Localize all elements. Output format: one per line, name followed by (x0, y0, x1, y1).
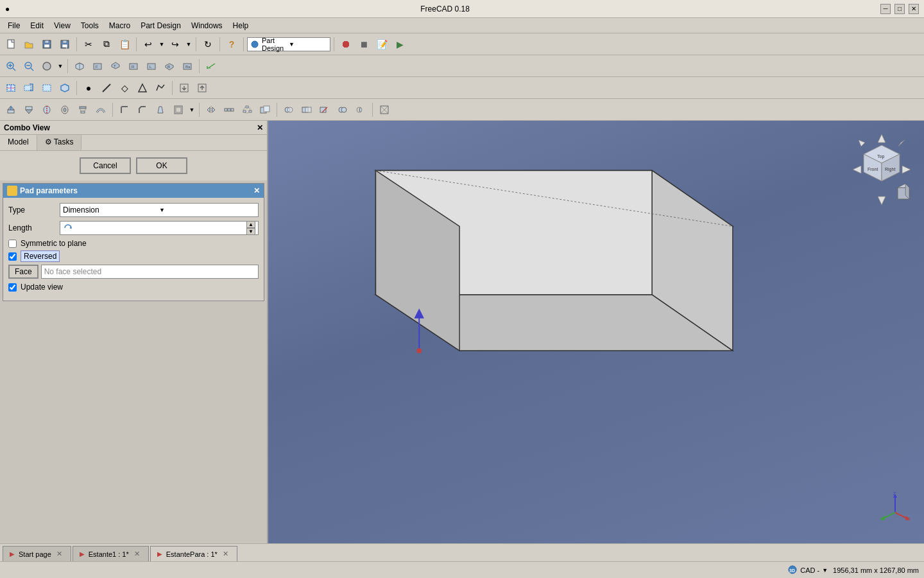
ok-button[interactable]: OK (136, 157, 187, 174)
top-view-button[interactable]: T (107, 58, 124, 74)
groove-button[interactable] (56, 101, 73, 118)
cancel-button[interactable]: Cancel (80, 157, 131, 174)
face-button[interactable]: Face (8, 265, 38, 279)
body-button[interactable] (56, 80, 73, 96)
minimize-button[interactable]: ─ (880, 4, 891, 14)
zoom-fit-button[interactable] (3, 58, 19, 74)
bottom-view-button[interactable]: B (161, 58, 178, 74)
clone-button[interactable] (257, 101, 273, 118)
part-boolean-button[interactable] (298, 101, 315, 118)
right-view-button[interactable]: R (125, 58, 142, 74)
play-macro-button[interactable]: ▶ (391, 36, 408, 53)
boolean-button[interactable] (280, 101, 297, 118)
tab-startpage[interactable]: ▶ Start page ✕ (3, 546, 71, 561)
linear-pattern-button[interactable] (221, 101, 237, 118)
pipe-button[interactable] (92, 101, 109, 118)
update-view-checkbox[interactable] (8, 283, 17, 292)
diamond-button[interactable]: ◇ (116, 80, 133, 96)
save-button[interactable] (38, 36, 55, 53)
length-spin-down[interactable]: ▼ (246, 228, 255, 235)
front-view-button[interactable]: F (89, 58, 106, 74)
redo-button[interactable]: ↪ (167, 36, 184, 53)
chamfer-button[interactable] (134, 101, 151, 118)
saveas-button[interactable]: + (56, 36, 73, 53)
detach-sketch-button[interactable] (38, 80, 55, 96)
fillet-button[interactable] (116, 101, 133, 118)
menu-edit[interactable]: Edit (25, 20, 49, 31)
export-button[interactable] (194, 80, 210, 96)
menu-file[interactable]: File (3, 20, 25, 31)
pocket-button[interactable] (21, 101, 37, 118)
combo-view-close[interactable]: ✕ (257, 123, 263, 132)
import-button[interactable] (176, 80, 193, 96)
point-button[interactable]: ● (80, 80, 97, 96)
close-button[interactable]: ✕ (909, 4, 919, 14)
cad-status[interactable]: 3D CAD - ▼ (787, 565, 828, 576)
undo-button[interactable]: ↩ (140, 36, 157, 53)
line-button[interactable] (98, 80, 115, 96)
stop-button[interactable]: ⏹ (355, 36, 372, 53)
reversed-checkbox[interactable] (8, 252, 17, 261)
measure-button[interactable] (203, 58, 219, 74)
draw-style-button[interactable] (38, 58, 55, 74)
tab-estantepara-close[interactable]: ✕ (221, 550, 230, 559)
redo-dropdown-button[interactable]: ▼ (185, 36, 193, 53)
copy-button[interactable]: ⧉ (98, 36, 115, 53)
left-view-button[interactable]: L (143, 58, 160, 74)
wires-button[interactable] (376, 101, 393, 118)
menu-macro[interactable]: Macro (104, 20, 135, 31)
maximize-button[interactable]: □ (894, 4, 905, 14)
pad-params-close[interactable]: ✕ (253, 186, 260, 195)
zoom-in-button[interactable] (21, 58, 37, 74)
paste-button[interactable]: 📋 (116, 36, 133, 53)
polar-pattern-button[interactable] (239, 101, 255, 118)
rear-view-button[interactable]: Ba (179, 58, 196, 74)
attach-sketch-button[interactable] (21, 80, 37, 96)
tab-startpage-close[interactable]: ✕ (55, 550, 64, 559)
open-button[interactable] (21, 36, 37, 53)
pad-button[interactable] (3, 101, 19, 118)
new-button[interactable] (3, 36, 19, 53)
new-sketch-button[interactable] (3, 80, 19, 96)
length-spin-up[interactable]: ▲ (246, 221, 255, 228)
refresh-button[interactable]: ↻ (200, 36, 216, 53)
record-button[interactable]: ⏺ (338, 36, 354, 53)
menu-windows[interactable]: Windows (186, 20, 228, 31)
tab-estante1-close[interactable]: ✕ (133, 550, 142, 559)
length-input[interactable]: 18 mm (73, 223, 246, 232)
type-row: Type Dimension ▼ (8, 203, 259, 217)
menu-tools[interactable]: Tools (76, 20, 104, 31)
part-fuse-button[interactable] (334, 101, 351, 118)
symmetric-checkbox[interactable] (8, 240, 17, 248)
draft-button[interactable] (152, 101, 169, 118)
edit-macro-button[interactable]: 📝 (373, 36, 390, 53)
menu-partdesign[interactable]: Part Design (135, 20, 186, 31)
loft-button[interactable] (74, 101, 91, 118)
thickness-button[interactable] (170, 101, 187, 118)
separator-sk-1 (76, 81, 77, 95)
tab-estantepara[interactable]: ▶ EstantePara : 1* ✕ (150, 546, 237, 561)
part-cut-button[interactable] (316, 101, 333, 118)
viewport[interactable]: Front Right Top Z X Y (268, 121, 924, 543)
part-common-button[interactable] (352, 101, 369, 118)
profile-button[interactable] (152, 80, 169, 96)
cad-dropdown-arrow[interactable]: ▼ (822, 567, 828, 574)
menu-help[interactable]: Help (228, 20, 254, 31)
revolution-button[interactable] (38, 101, 55, 118)
tab-tasks[interactable]: ⚙ Tasks (37, 135, 82, 150)
shape-button[interactable] (134, 80, 151, 96)
cut-button[interactable]: ✂ (80, 36, 97, 53)
undo-dropdown-button[interactable]: ▼ (158, 36, 166, 53)
nav-cube[interactable]: Front Right Top (850, 131, 914, 208)
help-button[interactable]: ? (223, 36, 240, 53)
menu-view[interactable]: View (49, 20, 76, 31)
tab-estante1[interactable]: ▶ Estante1 : 1* ✕ (73, 546, 149, 561)
thickness-dropdown[interactable]: ▼ (188, 101, 196, 118)
iso-view-button[interactable] (71, 58, 88, 74)
tab-model[interactable]: Model (0, 135, 37, 150)
type-dropdown[interactable]: Dimension ▼ (60, 203, 259, 217)
length-cycle-icon[interactable] (63, 223, 73, 233)
draw-style-dropdown[interactable]: ▼ (56, 58, 64, 74)
workbench-selector[interactable]: Part Design ▼ (247, 37, 330, 51)
mirrored-button[interactable] (203, 101, 219, 118)
